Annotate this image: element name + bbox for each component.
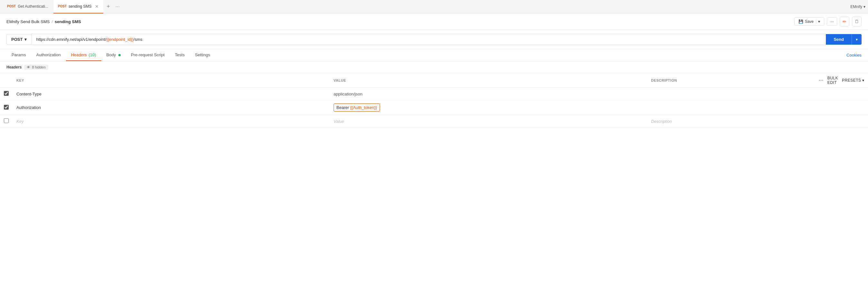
row2-actions-cell [815, 100, 868, 115]
tab-prerequest[interactable]: Pre-request Script [126, 49, 170, 61]
tab-prerequest-label: Pre-request Script [131, 53, 165, 57]
presets-chevron-icon: ▾ [862, 78, 864, 83]
row2-value-variable: {{Auth_token}} [350, 105, 377, 110]
row1-desc-cell [647, 88, 815, 100]
table-header-row: KEY VALUE DESCRIPTION ··· Bulk Edit Pres… [0, 73, 868, 88]
save-button[interactable]: 💾 Save ▾ [794, 18, 824, 26]
tab-body[interactable]: Body [101, 49, 126, 61]
body-dot-indicator [118, 54, 121, 56]
tab-tests-label: Tests [175, 53, 185, 57]
tab-title: Get Authenticati... [18, 4, 48, 9]
empty-key-cell: Key [12, 115, 330, 128]
row2-value-cell: Bearer {{Auth_token}} [330, 100, 647, 115]
save-icon: 💾 [799, 19, 803, 24]
hidden-count: 8 hidden [32, 65, 45, 69]
row2-key-cell: Authorization [12, 100, 330, 115]
row1-checkbox-cell [0, 88, 12, 100]
th-description: DESCRIPTION [647, 73, 815, 88]
breadcrumb-separator: / [52, 19, 53, 24]
th-value: VALUE [330, 73, 647, 88]
tab-headers-label: Headers [71, 53, 87, 57]
row2-key[interactable]: Authorization [17, 105, 41, 110]
breadcrumb-current: sending SMS [55, 19, 81, 24]
tab-active-method-badge: POST [58, 4, 67, 8]
tab-settings[interactable]: Settings [190, 49, 215, 61]
url-suffix: /sms [133, 37, 142, 42]
presets-button[interactable]: Presets ▾ [842, 78, 864, 83]
new-tab-button[interactable]: + [104, 2, 113, 11]
hidden-headers-badge: 👁 8 hidden [24, 65, 48, 70]
tab-close-icon[interactable]: ✕ [95, 4, 99, 9]
empty-value-cell: Value [330, 115, 647, 128]
tab-params-label: Params [11, 53, 26, 57]
edit-button[interactable]: ✏ [840, 17, 849, 26]
row2-checkbox[interactable] [4, 105, 9, 109]
tab-bar: POST Get Authenticati... POST sending SM… [0, 0, 868, 13]
url-input[interactable]: https://cdn.emnify.net/api/v1/endpoint/{… [31, 34, 826, 45]
row2-desc-cell [647, 100, 815, 115]
edit-icon: ✏ [843, 19, 846, 24]
tab-authorization[interactable]: Authorization [31, 49, 66, 61]
tab-headers-badge: (10) [89, 53, 96, 57]
row1-actions-cell [815, 88, 868, 100]
tab-get-authentication[interactable]: POST Get Authenticati... [3, 0, 53, 13]
url-variable: {{endpoint_id}} [106, 37, 133, 42]
row1-value-cell: application/json [330, 88, 647, 100]
table-row: Authorization Bearer {{Auth_token}} [0, 100, 868, 115]
url-bar: POST ▾ https://cdn.emnify.net/api/v1/end… [0, 30, 868, 49]
headers-section-label: Headers [6, 65, 22, 69]
row1-key[interactable]: Content-Type [17, 92, 41, 96]
empty-desc-cell: Description [647, 115, 815, 128]
workspace-chevron-icon: ▾ [864, 4, 865, 9]
tab-tests[interactable]: Tests [170, 49, 190, 61]
workspace-selector[interactable]: EMnify ▾ [850, 4, 865, 9]
tab-settings-label: Settings [195, 53, 210, 57]
th-key: KEY [12, 73, 330, 88]
th-checkbox [0, 73, 12, 88]
breadcrumb-bar: EMnify Send Bulk SMS / sending SMS 💾 Sav… [0, 13, 868, 30]
row2-checkbox-cell [0, 100, 12, 115]
tab-headers[interactable]: Headers (10) [66, 49, 101, 61]
empty-row-checkbox[interactable] [4, 118, 9, 123]
tab-authorization-label: Authorization [36, 53, 61, 57]
workspace-name: EMnify [850, 4, 862, 9]
breadcrumb-actions: 💾 Save ▾ ··· ✏ 🗒 [794, 17, 862, 26]
url-prefix: https://cdn.emnify.net/api/v1/endpoint/ [36, 37, 106, 42]
breadcrumb-parent[interactable]: EMnify Send Bulk SMS [6, 19, 50, 24]
tab-method-badge: POST [7, 4, 16, 8]
request-tabs: Params Authorization Headers (10) Body P… [0, 49, 868, 61]
comment-button[interactable]: 🗒 [852, 17, 862, 26]
save-chevron-icon[interactable]: ▾ [816, 19, 820, 24]
empty-checkbox-cell [0, 115, 12, 128]
row2-value[interactable]: Bearer {{Auth_token}} [334, 103, 380, 111]
method-label: POST [11, 37, 23, 42]
tabs-more-button[interactable]: ··· [114, 4, 122, 10]
empty-value-placeholder[interactable]: Value [334, 119, 344, 124]
empty-desc-placeholder[interactable]: Description [651, 119, 672, 124]
bulk-edit-button[interactable]: Bulk Edit [828, 76, 838, 85]
empty-key-placeholder[interactable]: Key [17, 119, 24, 124]
row2-value-prefix: Bearer [337, 105, 350, 110]
table-more-icon[interactable]: ··· [819, 77, 824, 83]
tab-active-title: sending SMS [68, 4, 91, 9]
presets-label: Presets [842, 78, 861, 83]
th-actions: ··· Bulk Edit Presets ▾ [815, 73, 868, 88]
row1-checkbox[interactable] [4, 91, 9, 96]
send-button[interactable]: Send ▾ [826, 34, 862, 45]
tab-sending-sms[interactable]: POST sending SMS ✕ [53, 0, 103, 13]
tab-params[interactable]: Params [6, 49, 31, 61]
cookies-link[interactable]: Cookies [846, 53, 862, 58]
table-row: Content-Type application/json [0, 88, 868, 100]
headers-section: Headers 👁 8 hidden KEY VALUE DESCRIPTION… [0, 61, 868, 128]
row1-value[interactable]: application/json [334, 92, 363, 96]
method-selector[interactable]: POST ▾ [6, 34, 31, 45]
more-options-button[interactable]: ··· [827, 18, 837, 26]
more-options-icon: ··· [830, 19, 834, 24]
tab-body-label: Body [106, 53, 116, 57]
row1-key-cell: Content-Type [12, 88, 330, 100]
table-empty-row: Key Value Description [0, 115, 868, 128]
send-label: Send [826, 34, 851, 45]
hidden-eye-icon: 👁 [27, 65, 30, 69]
method-chevron-icon: ▾ [25, 37, 27, 42]
headers-table: KEY VALUE DESCRIPTION ··· Bulk Edit Pres… [0, 73, 868, 128]
